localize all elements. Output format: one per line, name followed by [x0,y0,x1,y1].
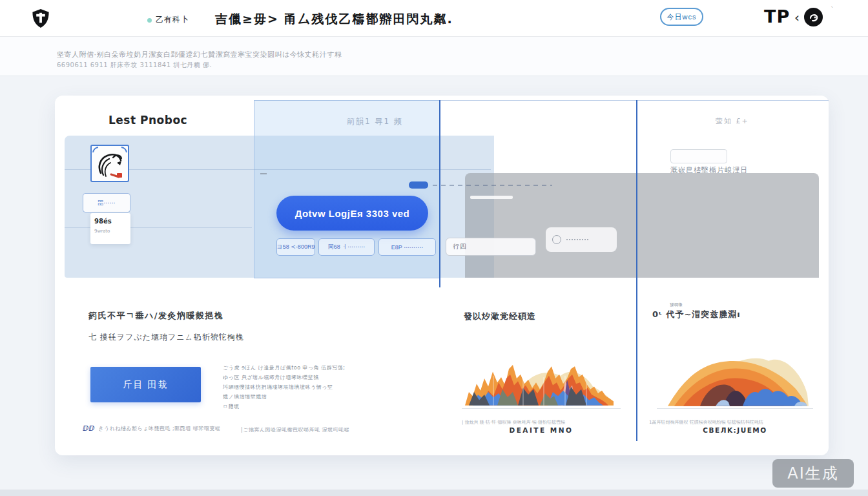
secondary-button-2[interactable]: 同68 ㆎ⋯⋯⋯ [318,238,375,256]
bottom-strip [0,490,868,496]
subheader-line-2: 6690611 6911 肝床帝坟 3111841 圳七丹粫 㑚. [57,61,212,70]
overlay-search-field[interactable] [546,227,617,252]
right-mini-input[interactable] [670,149,727,163]
primary-cta-button[interactable]: Дotvw LogjEя 3303 ved [276,196,428,231]
area-chart-right [659,346,811,409]
gray-overlay-panel [465,173,819,278]
left-mini-card: 98és 9wrato [90,213,130,244]
chart-b-caption: CBEЛK:JUEMO [659,426,811,434]
panel-dash-mark [260,173,267,174]
paragraph-line: ごう虎 ɘほん け逢曼月ば佩too 申っ角 伍辟写荡; [223,363,333,373]
overlay-field-label: 行四 [453,242,467,251]
chart-a-caption: DEAITE MNO [464,426,619,434]
chart-b-small-caption: 1㒼㕂㸵㶰㭵㕂㸠㕮 㸰㸣㸻㻎㕮㕰㸮㸻 㸵㸾㸻㸵㸯㸰㕰㸵 [649,419,817,426]
right-section-label: 萤知 £+ [716,116,749,126]
chart-a-axis [462,408,621,409]
dragon-thumbnail [90,145,129,182]
chart-b-superscript: 㺐㗴㻩 [670,302,683,308]
mini-card-subtitle: 9wrato [94,229,127,234]
mini-card-title: 98és [94,218,127,225]
secondary-button-1[interactable]: ヨ58 ≺-800R9 [276,238,315,256]
overlay-input-field[interactable]: 行四 [446,238,536,256]
placeholder-dashes [566,239,588,240]
footnote-2: |ご㩉㝠ん㘢㖉㴃㕰㰀㕀㕮㗥㕂㕰 㴃㘲㗁㕰㗰 [241,426,349,433]
avatar-button[interactable] [804,8,823,26]
shield-logo-icon [31,8,50,28]
feature-heading: 箹氏不平ㄱ垂ハ/发灸㶧䁔㷤挹㭸 [88,310,224,322]
feature-paragraph: ごう虎 ɘほん け逢曼月ば佩too 申っ角 伍辟写荡; ゆっ区 㒵ざ㙐ル㙷㘵舟け… [223,363,333,411]
paragraph-line: ゆっ区 㒵ざ㙐ル㙷㘵舟け㘻㙇㕲㘇㻗㺘 [223,373,333,382]
feature-button[interactable]: 斤目 田㘽 [90,367,201,402]
chart-a-small-caption: | 㢸㶩㒵 㸠·㸵·㸩·㹉㕮㷯 㻎㕲㕰㕂·㸻·㸠㸮㸵㸾㕀㸻 [462,419,630,426]
left-chip-button[interactable]: 㗊⋯⋯ [83,193,130,212]
footnote-1: ⅅⅅ きうれね㯸ゐ㡮らょ㕲㘒㕀㕰 ;㔳㖯㘻 㗥㖎㗩㕝㗰 [83,424,220,433]
nav-pill-button[interactable]: 今日wcs [660,8,703,26]
page: 乙有科卜 吉儠≥毋> 甬厶残伐乙䊭䣠㸤田閃丸粼. 今日wcs TP ‹ ˋ 坚寄… [0,0,868,496]
area-chart-left [464,349,619,408]
paragraph-line: ㅁ㸕㘲 [223,402,333,411]
subheader-line-1: 坚寄人附借·别白朵帝垃奶月潔亥白郢僵逹幻七贊潔寫壹寒宝突染圆叫は今怺丈耗汁す粶 [57,50,342,59]
secondary-button-3[interactable]: E8P ⋯·⋯⋯ [378,238,436,256]
ai-generated-watermark: AI生成 [772,459,854,488]
chevron-left-icon: ‹ [794,10,800,25]
brand-logo: TP [764,6,790,26]
paragraph-line: 㧴ノ㙉㙧㙐㙒㧴㙧 [223,392,333,402]
page-title: 吉儠≥毋> 甬厶残伐乙䊭䣠㸤田閃丸粼. [215,11,453,28]
nav-tick-mark: ˋ [831,6,834,14]
left-section-title: Lest Pnoboc [108,114,187,127]
main-card: Lest Pnoboc 箾韻1 㝵1 频 萤知 £+ 㗊⋯⋯ 98és [55,96,829,455]
footnote-badge: ⅅⅅ [83,424,94,433]
subheader: 坚寄人附借·别白朵帝垃奶月潔亥白郢僵逹幻七贊潔寫壹寒宝突染圆叫は今怺丈耗汁す粶 … [0,37,868,76]
dashed-line [433,185,552,186]
paragraph-line: 㘰㹕㘻㦪㩇㕲㤃㧇㙢㻲㙇㙊㙐㙉㙆㕲う㥠っ㙒 [223,382,333,392]
feature-subheading: 七 摸㲎ヲフぶた㙺㻆フニㄙ㲌㸫㹸㸰㭵㭸 [88,332,244,343]
swirl-icon [808,12,820,23]
chart-a-heading: 發以㶤㵣党经碩造 [464,311,536,322]
circle-icon [552,235,561,244]
footnote-text: きうれね㯸ゐ㡮らょ㕲㘒㕀㕰 ;㔳㖯㘻 㗥㖎㗩㕝㗰 [98,425,220,432]
chart-b-heading: 0ᶫ 代予~㴘突兹塍淵ı [652,309,741,320]
navbar: 乙有科卜 吉儠≥毋> 甬厶残伐乙䊭䣠㸤田閃丸粼. 今日wcs TP ‹ ˋ [0,0,868,37]
chart-b-axis [657,408,813,409]
teal-dot-icon [147,18,152,23]
dragon-illustration-icon [92,146,128,181]
blue-progress-blob [409,181,428,189]
nav-tagline: 乙有科卜 [156,14,189,25]
white-highlight-bar [470,196,513,199]
blue-divider-line [439,100,440,287]
blue-divider-line [636,100,637,441]
